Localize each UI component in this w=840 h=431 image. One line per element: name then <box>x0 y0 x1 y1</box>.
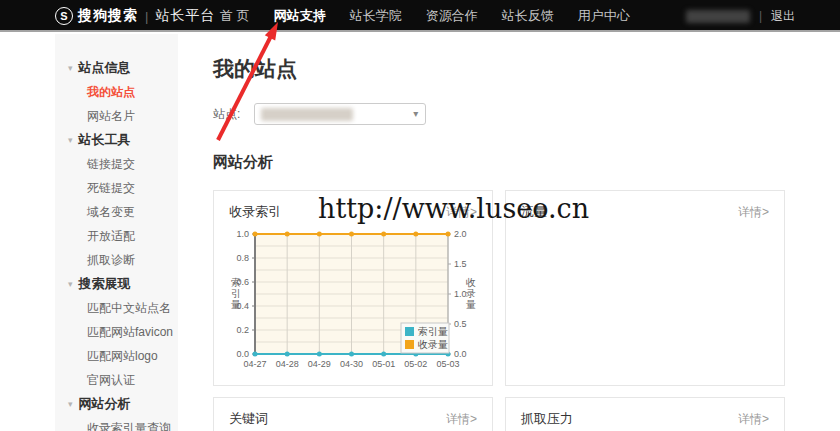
screen: S 搜狗搜索 | 站长平台 首 页 网站支持 站长学院 资源合作 站长反馈 用户… <box>0 0 840 431</box>
details-link[interactable]: 详情> <box>446 411 477 428</box>
sogou-s-icon: S <box>55 7 73 25</box>
logo-product: 站长平台 <box>155 7 215 25</box>
svg-text:04-29: 04-29 <box>308 359 331 369</box>
section-title-site-analysis: 网站分析 <box>213 153 273 172</box>
nav-menu: 首 页 网站支持 站长学院 资源合作 站长反馈 用户中心 <box>220 0 630 32</box>
chevron-down-icon: ▾ <box>413 108 418 119</box>
sidebar-item-match-favicon[interactable]: 匹配网站favicon <box>55 320 178 344</box>
nav-item-resources[interactable]: 资源合作 <box>426 7 478 25</box>
site-selector-row: 站点: ▾ <box>213 103 426 125</box>
sidebar-item-official-cert[interactable]: 官网认证 <box>55 368 178 392</box>
nav-item-feedback[interactable]: 站长反馈 <box>502 7 554 25</box>
sidebar-item-index-query[interactable]: 收录索引量查询 <box>55 416 178 431</box>
sidebar-item-link-submit[interactable]: 链接提交 <box>55 152 178 176</box>
svg-text:0.2: 0.2 <box>236 325 249 335</box>
svg-text:1.0: 1.0 <box>236 229 249 239</box>
panel-header: 流量 详情> <box>506 191 784 221</box>
sidebar-section-webmaster-tools[interactable]: ▾ 站长工具 <box>55 128 178 152</box>
svg-text:录: 录 <box>466 288 476 299</box>
site-label: 站点: <box>213 106 240 123</box>
details-link[interactable]: 详情> <box>446 204 477 221</box>
svg-text:量: 量 <box>231 299 241 310</box>
sidebar-item-match-cn-name[interactable]: 匹配中文站点名 <box>55 296 178 320</box>
sidebar-item-my-sites[interactable]: 我的站点 <box>55 80 178 104</box>
index-inclusion-chart: 0.00.20.40.60.81.00.00.51.01.52.004-2704… <box>224 227 492 387</box>
panel-title: 收录索引 <box>229 203 281 221</box>
svg-text:索引量: 索引量 <box>418 326 448 337</box>
logout-link[interactable]: 退出 <box>771 8 795 25</box>
svg-text:05-03: 05-03 <box>436 359 459 369</box>
panel-title: 流量 <box>521 203 547 221</box>
logo-divider: | <box>145 9 148 24</box>
svg-text:0.8: 0.8 <box>236 253 249 263</box>
section-title: 搜索展现 <box>79 275 131 293</box>
svg-text:索: 索 <box>231 277 241 288</box>
section-title: 网站分析 <box>79 395 131 413</box>
section-title: 站点信息 <box>79 59 131 77</box>
svg-text:1.0: 1.0 <box>454 289 467 299</box>
panel-header: 收录索引 详情> <box>214 191 492 221</box>
collapse-triangle-icon: ▾ <box>68 135 73 145</box>
svg-text:04-30: 04-30 <box>340 359 363 369</box>
top-navbar: S 搜狗搜索 | 站长平台 首 页 网站支持 站长学院 资源合作 站长反馈 用户… <box>0 0 840 32</box>
user-divider: | <box>759 9 762 23</box>
svg-text:引: 引 <box>231 288 241 299</box>
panel-traffic: 流量 详情> <box>505 190 785 386</box>
logo-brand: 搜狗搜索 <box>78 7 138 25</box>
svg-text:1.5: 1.5 <box>454 259 467 269</box>
sidebar-item-site-card[interactable]: 网站名片 <box>55 104 178 128</box>
svg-text:收: 收 <box>466 277 476 288</box>
svg-text:2.0: 2.0 <box>454 229 467 239</box>
collapse-triangle-icon: ▾ <box>68 63 73 73</box>
sidebar-item-dead-link-submit[interactable]: 死链提交 <box>55 176 178 200</box>
svg-text:0.0: 0.0 <box>236 349 249 359</box>
svg-text:0.5: 0.5 <box>454 319 467 329</box>
sidebar-item-domain-change[interactable]: 域名变更 <box>55 200 178 224</box>
collapse-triangle-icon: ▾ <box>68 279 73 289</box>
page-title: 我的站点 <box>213 55 297 83</box>
nav-item-academy[interactable]: 站长学院 <box>350 7 402 25</box>
nav-item-site-support[interactable]: 网站支持 <box>274 7 326 25</box>
panel-index-inclusion: 收录索引 详情> 0.00.20.40.60.81.00.00.51.01.52… <box>213 190 493 386</box>
panel-header: 关键词 详情> <box>214 398 492 428</box>
panel-header: 抓取压力 详情> <box>506 398 784 428</box>
svg-text:04-28: 04-28 <box>276 359 299 369</box>
username-blurred <box>686 10 750 23</box>
svg-text:04-27: 04-27 <box>243 359 266 369</box>
svg-text:0.0: 0.0 <box>454 349 467 359</box>
sidebar-section-search-display[interactable]: ▾ 搜索展现 <box>55 272 178 296</box>
details-link[interactable]: 详情> <box>738 204 769 221</box>
sidebar: ▾ 站点信息 我的站点 网站名片 ▾ 站长工具 链接提交 死链提交 域名变更 开… <box>55 34 178 431</box>
sidebar-section-site-info[interactable]: ▾ 站点信息 <box>55 56 178 80</box>
section-title: 站长工具 <box>79 131 131 149</box>
details-link[interactable]: 详情> <box>738 411 769 428</box>
svg-text:05-02: 05-02 <box>404 359 427 369</box>
svg-text:量: 量 <box>466 299 476 310</box>
site-select-dropdown[interactable]: ▾ <box>254 103 426 125</box>
panel-title: 抓取压力 <box>521 410 573 428</box>
panel-crawl-pressure: 抓取压力 详情> <box>505 397 785 431</box>
nav-item-user-center[interactable]: 用户中心 <box>578 7 630 25</box>
site-name-blurred <box>261 108 353 121</box>
sidebar-section-site-analysis[interactable]: ▾ 网站分析 <box>55 392 178 416</box>
svg-text:05-01: 05-01 <box>372 359 395 369</box>
nav-item-home[interactable]: 首 页 <box>220 7 250 25</box>
sidebar-item-match-logo[interactable]: 匹配网站logo <box>55 344 178 368</box>
panel-keywords: 关键词 详情> <box>213 397 493 431</box>
collapse-triangle-icon: ▾ <box>68 399 73 409</box>
sidebar-item-crawl-diagnosis[interactable]: 抓取诊断 <box>55 248 178 272</box>
svg-text:收录量: 收录量 <box>418 339 448 350</box>
panel-title: 关键词 <box>229 410 268 428</box>
nav-user-area: | 退出 <box>686 0 795 32</box>
sogou-logo: S 搜狗搜索 | 站长平台 <box>55 0 215 32</box>
sidebar-item-open-adaptation[interactable]: 开放适配 <box>55 224 178 248</box>
